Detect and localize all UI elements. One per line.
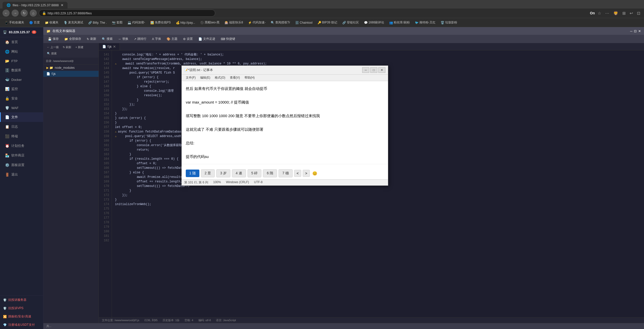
bookmark-twitter-fans[interactable]: 🐦 推特粉-又红 [413,20,438,25]
bookmark-ps[interactable]: 🖼️ 免费在线PS [148,20,173,25]
extension-icon4[interactable]: ⊡ [636,10,641,16]
notepad-line: 总结: [186,140,384,146]
page-btn-5[interactable]: 5 碎 [248,169,262,177]
bookmark-star-icon[interactable]: ☆ [596,10,602,16]
fm-close-btn[interactable]: ✕ [638,29,641,33]
bookmark-favorites[interactable]: 📁 收藏夹 [43,20,60,25]
bookmark-reviews[interactable]: 💬 1688刷评论 [362,20,386,25]
page-prev-btn[interactable]: < [294,170,301,177]
font-button[interactable]: A 字体 [149,36,164,42]
save-button[interactable]: 💾 保存 [45,36,61,42]
page-btn-3[interactable]: 3 岁 [216,169,230,177]
notepad-close-btn[interactable]: ✕ [378,67,385,73]
bookmark-dengchain[interactable]: 🔗 登链社区 [340,20,361,25]
bookmark-mobile[interactable]: 📱 手机收藏夹 [3,20,26,25]
sidebar-item-security[interactable]: 🔒 安全 [0,94,43,103]
search-button[interactable]: 🔍 搜索 [99,36,115,42]
shortcuts-button[interactable]: ⌨ 快捷键 [218,36,238,42]
notepad-menu-view[interactable]: 查看(V) [228,75,242,80]
bookmark-code1[interactable]: 💻 代码加密- [126,20,147,25]
anti-complaint-icon: 🛡️ [3,298,7,302]
tree-refresh-btn[interactable]: ↻ 刷新 [61,45,73,50]
browser-tab-active[interactable]: 🌐 files - http://83.229.125.37:8888 ✕ [3,2,68,9]
address-bar[interactable]: 🔒 http://83.229.125.37:8888/files [39,10,215,17]
theme-button[interactable]: 🎨 主题 [164,36,180,42]
tab-close-icon[interactable]: ✕ [61,3,64,7]
bookmark-lottery[interactable]: 🎰 福彩快乐8 [223,20,245,25]
notepad-menu-file[interactable]: 文件(F) [184,75,198,80]
sidebar-item-logout[interactable]: 🚪 退出 [0,170,43,179]
sidebar-item-anti-complaint-server[interactable]: 🛡️ 抗投诉服务器 [0,296,43,304]
page-btn-1[interactable]: 1 随 [186,170,199,177]
tab-close-button[interactable]: ✕ [113,45,116,49]
sidebar-item-database[interactable]: 🗄️ 数据库 [0,65,43,75]
sidebar-item-monitor[interactable]: 📊 监控 [0,84,43,94]
more-options-icon[interactable]: ⋯ [604,10,610,16]
sidebar-item-anti-complaint-vps[interactable]: 🛡️ 抗投诉VPS [0,304,43,312]
notepad-minimize-btn[interactable]: ─ [362,67,369,73]
sidebar-item-cron[interactable]: ⏰ 计划任务 [0,141,43,151]
line-numbers: 1411421431441451461471481491501511521531… [99,50,112,317]
sidebar-item-docker[interactable]: 🐳 Docker [0,75,43,84]
fm-bottom-bar: 共... [43,323,644,329]
sidebar-item-appstore[interactable]: 🏪 软件商店 [0,151,43,160]
sidebar-item-logs[interactable]: 📋 日志 [0,122,43,131]
line-number: 177 [101,216,109,220]
bookmark-fans[interactable]: 👥 粉丝库/刷粉 [387,20,412,25]
notepad-menu-edit[interactable]: 编辑(E) [198,75,212,80]
tree-item-fjs[interactable]: 📄 f.js [43,71,99,77]
page-btn-6[interactable]: 6 隋 [263,169,277,177]
bookmark-code2[interactable]: ⚡ 代码加速- [246,20,268,25]
fm-maximize-btn[interactable]: ⊡ [634,29,637,33]
sidebar-item-jumpserver[interactable]: 🔀 跳板机/安全/高速 [0,312,43,321]
sidebar-item-waf[interactable]: 🛡️ WAF [0,103,43,112]
extension-icon2[interactable]: ⊞ [621,10,627,16]
bookmark-spam[interactable]: 🗑️ 垃圾影粉 [439,20,459,25]
bookmark-baidu[interactable]: 🔵 百度 [27,20,42,25]
page-btn-2[interactable]: 2 昱 [201,169,215,177]
jump-line-button[interactable]: ↗ 跳转行 [131,36,149,42]
back-button[interactable]: ← [3,10,10,17]
bookmark-chain[interactable]: ⛓️ Chaintool [293,20,315,25]
sidebar-item-home[interactable]: 🏠 首页 [0,37,43,47]
bookmark-bip39[interactable]: 🔑 BIP39 助记 [316,20,339,25]
page-next-btn[interactable]: > [303,170,310,177]
bookmark-seo[interactable]: ⚫ 黑帽seo-黑 [198,20,222,25]
tree-search-btn[interactable]: 🔍 搜索 [45,51,58,56]
editor-tab-fjs[interactable]: 📄 f.js ✕ [99,43,120,50]
bookmark-photos[interactable]: 📷 套图 [110,20,125,25]
bookmark-label: http://pay... [180,21,195,24]
notepad-menu-format[interactable]: 格式(O) [213,75,227,80]
home-button[interactable]: ⌂ [30,10,37,17]
notepad-menu-help[interactable]: 帮助(H) [242,75,257,80]
sidebar-item-domain-usdt[interactable]: 💎 注册域名USDT支付 [0,321,43,329]
reload-button[interactable]: ↻ [21,10,28,17]
notepad-maximize-btn[interactable]: □ [370,67,377,73]
extension-icon1[interactable]: 🦁 [612,10,620,16]
tree-new-btn[interactable]: + 新建 [74,45,85,50]
bookmark-mic[interactable]: 🎙️ 麦克风测试 [62,20,85,25]
bookmark-bitly[interactable]: 🔗 Bitly. The . [86,20,109,25]
page-btn-4[interactable]: 4 遂 [232,169,246,177]
sidebar-item-files[interactable]: 📄 文件 [0,112,43,122]
bookmark-label: 垃圾影粉 [445,20,457,25]
sidebar-item-settings[interactable]: ⚙️ 面板设置 [0,160,43,170]
bookmark-query[interactable]: 🔍 查阅授权Tr [269,20,292,25]
tree-up-btn[interactable]: ← 上一级 [45,45,60,50]
tree-item-node-modules[interactable]: ▶ 📁 node_modules [43,65,99,71]
sidebar-item-website[interactable]: 🌐 网站 [0,47,43,56]
forward-button[interactable]: → [12,10,19,17]
settings-toolbar-button[interactable]: ⚙ 设置 [180,36,195,42]
fm-minimize-btn[interactable]: ─ [630,29,632,33]
save-all-button[interactable]: 📁 全部保存 [62,36,84,42]
bookmark-pay[interactable]: 💰 http://pay... [174,20,197,25]
extension-icon3[interactable]: ↩ [628,10,634,16]
page-btn-7[interactable]: 7 穗 [279,169,293,177]
refresh-button[interactable]: ↻ 刷新 [84,36,99,42]
status-language: 语言: JavaScript [216,318,236,322]
file-track-button[interactable]: 📄 文件足迹 [196,36,218,42]
replace-button[interactable]: ↔ 替换 [116,36,131,42]
sidebar-item-terminal[interactable]: ⬛ 终端 [0,131,43,141]
sidebar-item-ftp[interactable]: 📂 FTP [0,56,43,65]
emoji-btn[interactable]: 😊 [311,170,318,177]
